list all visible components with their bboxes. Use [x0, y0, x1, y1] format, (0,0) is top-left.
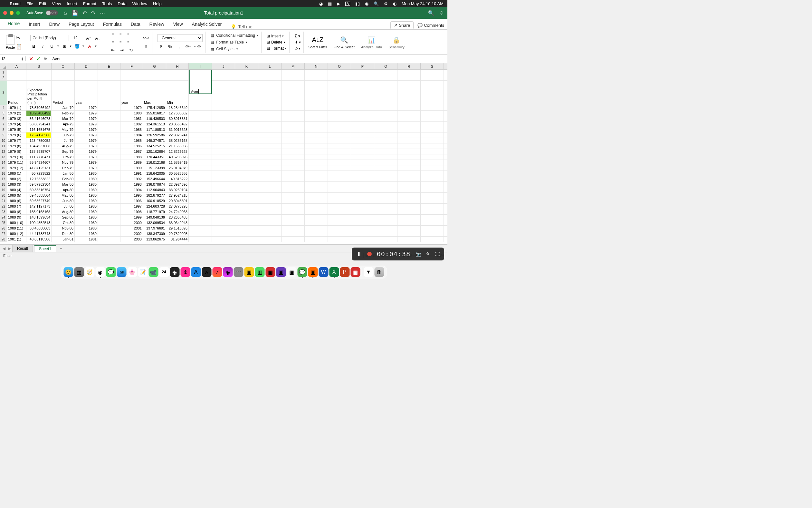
control-center-icon[interactable]: ⚙ — [384, 1, 388, 6]
cell[interactable]: 126.592586 — [143, 132, 166, 138]
cell[interactable] — [7, 75, 27, 80]
cell[interactable] — [397, 209, 421, 214]
cell[interactable] — [305, 75, 328, 80]
cell[interactable]: Expected Precipitation per Month (mm) — [27, 81, 52, 105]
play-tray-icon[interactable]: ▶ — [337, 1, 340, 6]
cell[interactable]: 1980 — [75, 198, 98, 203]
cell[interactable]: 170.443351 — [143, 155, 166, 160]
cell[interactable] — [421, 143, 444, 149]
cell[interactable] — [98, 132, 121, 138]
cancel-edit-icon[interactable]: ✕ — [29, 56, 33, 62]
dock-launchpad[interactable]: ▦ — [74, 267, 84, 277]
cell[interactable]: 12.76333822 — [27, 176, 52, 181]
cell[interactable] — [98, 81, 121, 105]
cell[interactable] — [212, 155, 235, 160]
cell[interactable] — [212, 138, 235, 143]
cell[interactable]: 1996 — [121, 198, 143, 203]
row-header[interactable]: 27 — [0, 231, 7, 236]
pause-recording-button[interactable]: ⏸ — [356, 251, 362, 258]
cell[interactable]: 53.60794241 — [27, 122, 52, 127]
cell[interactable] — [305, 81, 328, 105]
cell[interactable] — [328, 132, 351, 138]
dock-github[interactable]: ◉ — [170, 267, 179, 277]
row-header[interactable]: 25 — [0, 220, 7, 225]
cell[interactable] — [258, 176, 282, 181]
row-header[interactable]: 10 — [0, 138, 7, 143]
cell[interactable] — [328, 171, 351, 176]
column-header[interactable]: A — [7, 63, 27, 69]
cell[interactable] — [305, 182, 328, 187]
cell[interactable]: 1983 — [121, 127, 143, 132]
italic-button[interactable]: I — [39, 43, 46, 50]
row-header[interactable]: 23 — [0, 209, 7, 214]
cell[interactable] — [305, 149, 328, 154]
cell[interactable] — [351, 215, 374, 220]
cell[interactable] — [98, 122, 121, 127]
title-search-icon[interactable]: 🔍 — [428, 10, 434, 16]
cell[interactable] — [189, 111, 212, 116]
cell[interactable]: Aug-79 — [52, 143, 75, 149]
search-icon[interactable]: 🔍 — [374, 1, 379, 6]
cell[interactable]: 1994 — [121, 187, 143, 193]
cell[interactable] — [189, 209, 212, 214]
tab-formulas[interactable]: Formulas — [99, 19, 126, 29]
column-header[interactable]: D — [75, 63, 98, 69]
cell[interactable] — [328, 182, 351, 187]
cell[interactable]: Jun-80 — [52, 198, 75, 203]
align-top-button[interactable]: ≡ — [109, 31, 116, 38]
cell[interactable] — [351, 149, 374, 154]
cell[interactable]: 12.7633382 — [166, 111, 189, 116]
cell[interactable] — [397, 105, 421, 110]
cell[interactable]: 175.4128586 — [27, 132, 52, 138]
cell[interactable] — [212, 171, 235, 176]
cell[interactable]: Jul-79 — [52, 138, 75, 143]
cell[interactable]: May-80 — [52, 193, 75, 198]
cell[interactable] — [421, 105, 444, 110]
cell[interactable] — [397, 204, 421, 209]
cell-styles-button[interactable]: ▦ Cell Styles ▾ — [211, 46, 259, 52]
cell[interactable] — [282, 182, 305, 187]
cell[interactable] — [98, 138, 121, 143]
cell[interactable] — [351, 132, 374, 138]
cell[interactable] — [235, 75, 258, 80]
row-header[interactable]: 24 — [0, 215, 7, 220]
cell[interactable]: 1980 (5) — [7, 193, 27, 198]
cell[interactable] — [421, 182, 444, 187]
undo-icon[interactable]: ↶ — [83, 10, 87, 16]
cell[interactable] — [305, 176, 328, 181]
cell[interactable]: 38.0288168 — [166, 138, 189, 143]
cell[interactable] — [305, 187, 328, 193]
cell[interactable] — [351, 171, 374, 176]
cell[interactable] — [235, 105, 258, 110]
cell[interactable]: 1980 (8) — [7, 209, 27, 214]
cell[interactable] — [328, 198, 351, 203]
dock-numbers[interactable]: ▥ — [255, 267, 265, 277]
cell[interactable] — [258, 111, 282, 116]
cell[interactable] — [282, 138, 305, 143]
cell[interactable]: 44.41738743 — [27, 231, 52, 236]
cell[interactable] — [421, 215, 444, 220]
cell[interactable] — [75, 70, 98, 75]
autosave-control[interactable]: AutoSave OFF — [27, 10, 58, 15]
cell[interactable] — [212, 209, 235, 214]
cell[interactable] — [421, 209, 444, 214]
cell[interactable]: 1979 — [75, 155, 98, 160]
cell[interactable] — [98, 198, 121, 203]
cell[interactable] — [374, 138, 397, 143]
column-header[interactable]: E — [98, 63, 121, 69]
cell[interactable]: 152.496644 — [143, 176, 166, 181]
cell[interactable]: 1979 — [75, 149, 98, 154]
cell[interactable] — [305, 160, 328, 165]
cell[interactable]: 1979 — [75, 165, 98, 171]
find-select-button[interactable]: 🔍 Find & Select — [331, 36, 356, 49]
sheet-tab-sheet1[interactable]: Sheet1 — [34, 245, 56, 252]
cell[interactable] — [374, 182, 397, 187]
cell[interactable]: 1980 — [75, 182, 98, 187]
cell[interactable] — [212, 160, 235, 165]
cell[interactable] — [282, 176, 305, 181]
cell[interactable]: 1979 (6) — [7, 132, 27, 138]
cell[interactable] — [421, 127, 444, 132]
cell[interactable] — [98, 160, 121, 165]
number-format-select[interactable]: General — [157, 34, 203, 42]
cell[interactable] — [351, 127, 374, 132]
